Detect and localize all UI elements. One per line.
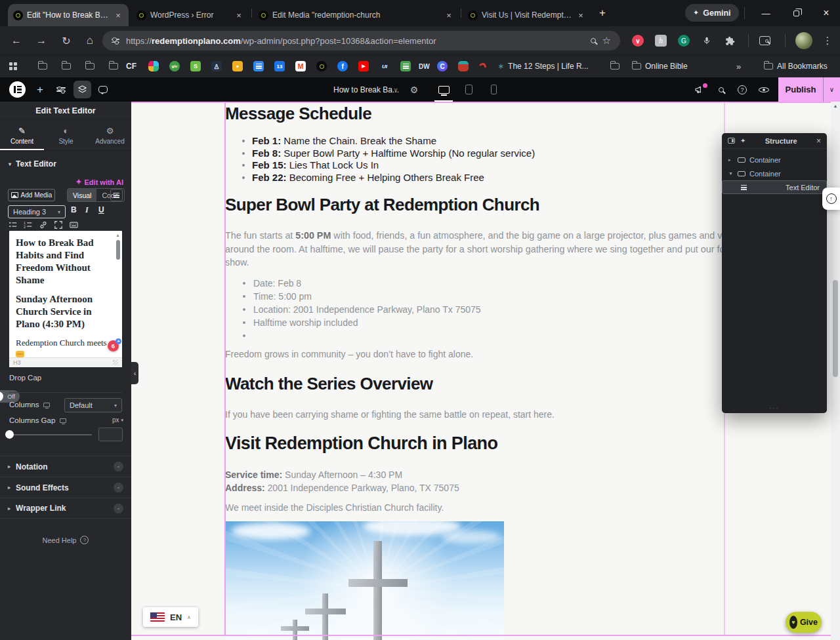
honey-extension-icon[interactable]: h: [655, 35, 667, 47]
back-icon[interactable]: ←: [5, 26, 28, 55]
tab-wordpress-error[interactable]: WordPress › Error ×: [131, 4, 249, 26]
watch-series-line[interactable]: If you have been carrying shame or fight…: [225, 409, 555, 420]
document-title[interactable]: How to Break Ba...: [333, 77, 399, 102]
zoom-icon[interactable]: [591, 38, 596, 43]
gap-value-input[interactable]: [98, 428, 123, 441]
bookmark-facebook-icon[interactable]: f: [337, 60, 348, 72]
bookmark-folder[interactable]: [109, 60, 118, 72]
site-info-icon[interactable]: [112, 39, 119, 43]
restore-button[interactable]: [782, 0, 810, 26]
bookmark-list-icon[interactable]: [400, 60, 411, 72]
menu-kebab-icon[interactable]: ⋮: [816, 26, 839, 55]
tab-close-icon[interactable]: ×: [113, 10, 123, 20]
all-bookmarks[interactable]: All Bookmarks: [764, 60, 828, 72]
toolbar-toggle-icon[interactable]: [110, 189, 123, 201]
finder-search-icon[interactable]: [713, 77, 730, 102]
columns-select[interactable]: Default▾: [64, 398, 122, 412]
super-bowl-paragraph[interactable]: The fun starts at 5:00 PM with food, fri…: [225, 229, 724, 270]
section-text-editor[interactable]: ▾ Text Editor: [9, 159, 56, 169]
tab-edit-post[interactable]: Edit "How to Break Bad Habits ×: [8, 4, 129, 26]
section-wrapper-link[interactable]: ▸ Wrapper Link ▫: [0, 498, 131, 519]
sidebar-search-icon[interactable]: [759, 35, 770, 47]
responsive-monitor-icon[interactable]: [60, 418, 66, 423]
bookmark-calendar-icon[interactable]: 13: [274, 60, 285, 72]
structure-item-container-2[interactable]: ▼ Container: [722, 167, 827, 180]
publish-options-chevron[interactable]: ∨: [823, 77, 840, 102]
floating-arrow-button[interactable]: ↑: [822, 188, 840, 210]
bookmark-folder[interactable]: [38, 60, 47, 72]
bookmark-folder[interactable]: [62, 60, 71, 72]
tab-edit-media[interactable]: Edit Media "redemption-church ×: [253, 4, 459, 26]
close-window-button[interactable]: ×: [812, 0, 840, 26]
structure-resize-handle[interactable]: ···: [722, 405, 827, 411]
service-time-line[interactable]: Service time: Sunday Afternoon – 4:30 PM: [225, 470, 402, 480]
bookmark-twelve-steps[interactable]: ∗ The 12 Steps | Life R...: [497, 60, 589, 72]
address-bar[interactable]: https://redemptionplano.com/wp-admin/pos…: [102, 31, 620, 50]
facility-line[interactable]: We meet inside the Disciples Christian C…: [225, 502, 444, 513]
gemini-button[interactable]: ✦ Gemini: [685, 4, 739, 22]
bookmark-folder[interactable]: [610, 60, 620, 72]
responsive-monitor-icon[interactable]: [43, 403, 50, 407]
need-help-link[interactable]: Need Help ?: [0, 536, 131, 544]
bookmark-youtube-icon[interactable]: ▶: [358, 60, 369, 72]
desktop-preview-icon[interactable]: [434, 77, 453, 102]
gap-unit-select[interactable]: px▾: [112, 416, 123, 424]
grammarly-badge[interactable]: 6: [108, 340, 119, 351]
notes-icon[interactable]: [94, 77, 112, 102]
structure-item-container-1[interactable]: ▸ Container: [722, 153, 827, 167]
site-settings-icon[interactable]: [52, 77, 70, 102]
tab-content[interactable]: ✎ Content: [0, 120, 44, 150]
mic-icon[interactable]: [701, 35, 713, 47]
new-tab-button[interactable]: +: [591, 0, 614, 26]
bookmark-c-icon[interactable]: C: [437, 60, 448, 72]
bookmarks-overflow-chevron[interactable]: »: [736, 60, 741, 72]
editor-paragraph[interactable]: Redemption Church meets: [16, 337, 110, 359]
editor-heading[interactable]: How to Break Bad Habits and Find Freedom…: [16, 237, 110, 287]
bookmark-subsplash-icon[interactable]: S: [190, 60, 201, 72]
structure-item-text-editor[interactable]: Text Editor: [722, 180, 827, 194]
structure-icon[interactable]: [72, 77, 92, 102]
community-line[interactable]: Freedom grows in community – you don’t h…: [225, 349, 473, 359]
tab-style[interactable]: ◐ Style: [44, 120, 88, 150]
ai-sparkle-icon[interactable]: ✦: [740, 137, 746, 144]
bookmark-ui-icon[interactable]: UI: [379, 60, 390, 72]
document-switcher-chevron-icon[interactable]: ∨: [391, 77, 400, 102]
apps-grid-icon[interactable]: [9, 60, 17, 72]
minimize-button[interactable]: —: [752, 0, 780, 26]
tab-close-icon[interactable]: ×: [444, 10, 454, 20]
tab-close-icon[interactable]: ×: [234, 10, 244, 20]
close-structure-icon[interactable]: ×: [816, 136, 821, 146]
format-select[interactable]: Heading 3▾: [8, 205, 66, 218]
tab-visit-us[interactable]: Visit Us | Visit Redemption Chu ×: [463, 4, 591, 26]
heading-message-schedule[interactable]: Message Schedule: [225, 104, 371, 124]
pocket-extension-icon[interactable]: ∨: [632, 35, 644, 47]
forward-icon[interactable]: →: [30, 26, 52, 55]
dock-panel-icon[interactable]: [728, 138, 735, 144]
editor-heading[interactable]: Sunday Afternoon Church Service in Plano…: [16, 293, 110, 330]
bookmark-online-bible[interactable]: Online Bible: [632, 60, 688, 72]
bookmark-statue-icon[interactable]: ♙: [211, 60, 222, 72]
home-icon[interactable]: ⌂: [79, 26, 101, 55]
language-switcher[interactable]: EN ∧: [143, 607, 198, 627]
bookmark-glo-icon[interactable]: glo: [169, 60, 180, 72]
edit-with-ai-button[interactable]: ✦ Edit with AI: [75, 178, 123, 186]
add-media-button[interactable]: Add Media: [8, 189, 55, 201]
canvas-scrollbar[interactable]: ▲: [831, 102, 840, 640]
mobile-preview-icon[interactable]: [484, 77, 503, 102]
editor-scrollbar-thumb[interactable]: [116, 240, 120, 260]
tab-advanced[interactable]: ⚙ Advanced: [88, 120, 132, 150]
message-schedule-list[interactable]: Feb 1: Name the Chain. Break the Shame F…: [242, 135, 535, 184]
heading-super-bowl[interactable]: Super Bowl Party at Redemption Church: [225, 195, 539, 215]
bookmark-keep-icon[interactable]: •: [232, 60, 243, 72]
publish-button[interactable]: Publish: [778, 77, 823, 102]
bookmark-dw[interactable]: DW: [419, 60, 430, 72]
tablet-preview-icon[interactable]: [459, 77, 478, 102]
heading-watch-series[interactable]: Watch the Series Overview: [225, 374, 432, 394]
gap-slider-knob[interactable]: [5, 430, 14, 439]
give-button[interactable]: ♥ Give: [786, 612, 822, 633]
scroll-up-arrow[interactable]: ▲: [831, 104, 840, 108]
bookmark-docs-icon[interactable]: [253, 60, 264, 72]
preview-eye-icon[interactable]: [755, 77, 773, 102]
gap-slider-track[interactable]: [9, 434, 92, 435]
bold-button[interactable]: B: [71, 205, 77, 214]
